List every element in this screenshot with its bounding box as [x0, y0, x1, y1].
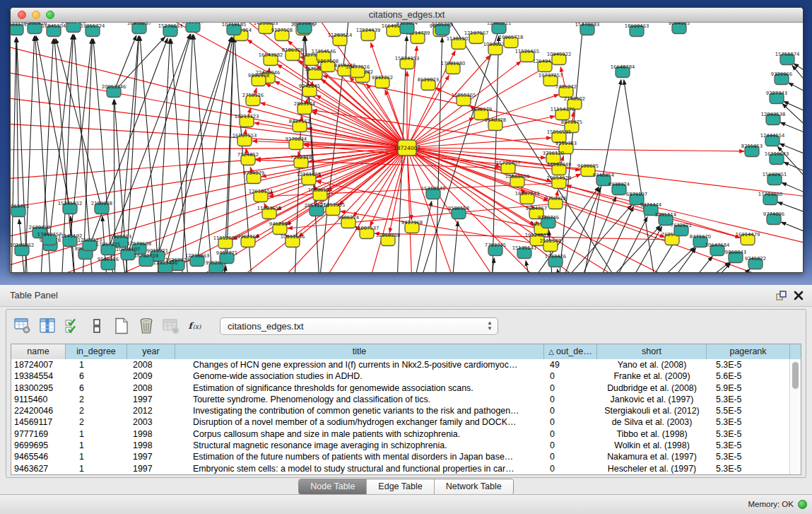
graph-node[interactable]: 10196862	[11, 243, 34, 256]
graph-node-label: 19055724	[81, 23, 105, 29]
table-row[interactable]: 911546021997Tourette syndrome. Phenomeno…	[11, 394, 790, 405]
graph-node[interactable]: 9794079	[243, 170, 264, 184]
delete-column-icon[interactable]	[162, 317, 180, 335]
table-row[interactable]: 946362711997Embryonic stem cells: a mode…	[11, 463, 790, 474]
graph-node[interactable]: 8427552	[289, 119, 310, 132]
graph-node[interactable]: 9560156	[98, 257, 119, 270]
column-select-icon[interactable]	[38, 317, 57, 335]
graph-node[interactable]: 9546328	[485, 117, 506, 131]
tab-edge-table[interactable]: Edge Table	[367, 479, 434, 494]
graph-node[interactable]: 8186328	[282, 47, 303, 61]
merge-rows-icon[interactable]	[88, 317, 106, 335]
new-document-icon[interactable]	[112, 317, 131, 335]
column-header-in_degree[interactable]: in_degree	[66, 344, 127, 359]
tab-node-table[interactable]: Node Table	[299, 479, 367, 494]
table-selector[interactable]: citations_edges.txt ▲▼	[220, 317, 498, 335]
table-row[interactable]: 1872400712008Changes of HCN gene express…	[11, 359, 790, 370]
graph-node[interactable]: 2803144	[294, 101, 315, 115]
table-vertical-scrollbar[interactable]	[789, 359, 801, 474]
row-check-icon[interactable]	[63, 317, 81, 335]
graph-node[interactable]: 15470083	[575, 23, 600, 35]
graph-node[interactable]: 7524852	[237, 152, 259, 165]
graph-node[interactable]: 16107553	[233, 133, 257, 146]
graph-node[interactable]: 7252348	[290, 155, 312, 168]
graph-node[interactable]: 15276063	[158, 23, 183, 37]
graph-node[interactable]: 9127508	[271, 28, 293, 41]
graph-node[interactable]: 1733426	[545, 254, 566, 267]
table-row[interactable]: 977716911998Corpus callosum shape and si…	[11, 428, 790, 440]
graph-node[interactable]: 19055724	[81, 23, 105, 37]
delete-table-icon[interactable]	[137, 317, 155, 335]
graph-node[interactable]: 9417968	[401, 220, 423, 233]
graph-node[interactable]: 12161655	[297, 172, 322, 185]
graph-node[interactable]: 15135141	[512, 245, 537, 259]
graph-node[interactable]: 12610151	[249, 189, 273, 202]
network-graph-canvas[interactable]: 1872400789129541422606391275082226805616…	[11, 23, 803, 272]
graph-node[interactable]: 9590558	[448, 206, 469, 219]
graph-node[interactable]: 16914479	[736, 232, 760, 245]
graph-node[interactable]: 9245022	[745, 256, 766, 269]
graph-node[interactable]: 11283514	[328, 33, 353, 46]
graph-node[interactable]: 7793745	[485, 243, 506, 256]
graph-node[interactable]: 9170034	[286, 136, 307, 150]
graph-node[interactable]: 9462894	[269, 221, 290, 235]
graph-node[interactable]: 18669463	[625, 23, 649, 37]
float-panel-icon[interactable]	[775, 290, 788, 301]
table-cell: 5.6E-5	[707, 370, 790, 382]
table-cell: Yano et al. (2008)	[597, 359, 707, 370]
column-header-title[interactable]: title	[175, 344, 544, 359]
table-settings-icon[interactable]	[13, 317, 32, 335]
scrollbar-thumb[interactable]	[792, 362, 799, 389]
graph-node[interactable]: 9756928	[545, 196, 566, 209]
table-row[interactable]: 969969511998Structural magnetic resonanc…	[11, 440, 790, 451]
graph-node[interactable]: 12524439	[356, 28, 381, 41]
graph-node[interactable]: 11381903	[447, 36, 471, 49]
graph-node[interactable]: 9094095	[669, 23, 690, 34]
window-titlebar[interactable]: citations_edges.txt	[11, 8, 803, 23]
graph-node-label: 10196862	[11, 243, 34, 248]
table-row[interactable]: 2242004622012Investigating the contribut…	[11, 405, 790, 416]
table-row[interactable]: 946554611997Estimation of the future num…	[11, 451, 790, 462]
graph-node[interactable]: 10391646	[281, 234, 305, 247]
graph-node[interactable]: 16648784	[611, 64, 635, 78]
graph-node-label: 6466164	[182, 23, 204, 25]
graph-node[interactable]: 16055365	[452, 93, 476, 106]
graph-node[interactable]: 9962169	[237, 234, 259, 247]
graph-node[interactable]: 9063735	[11, 204, 29, 217]
graph-node[interactable]: 11154376	[551, 107, 575, 120]
graph-node[interactable]: 16845304	[42, 23, 66, 37]
graph-node-label: 8471670	[690, 234, 711, 240]
graph-node-label: 9546328	[485, 117, 506, 123]
function-builder-icon[interactable]: f (x)	[187, 317, 205, 335]
graph-node[interactable]: 15751074	[775, 52, 800, 65]
column-header-out_de[interactable]: △out_de…	[544, 344, 597, 359]
graph-node[interactable]: 6466164	[182, 23, 204, 33]
graph-node[interactable]: 12213323	[235, 114, 259, 127]
graph-node[interactable]: 2718126	[242, 93, 264, 106]
table-row[interactable]: 1830029562008Estimation of significance …	[11, 382, 790, 394]
table-row[interactable]: 1456911722003Disruption of a novel membe…	[11, 416, 790, 428]
column-header-name[interactable]: name	[11, 344, 66, 359]
graph-node[interactable]: 9869043	[725, 250, 746, 263]
graph-node[interactable]: 2522548	[540, 238, 561, 252]
graph-node[interactable]: 11012002	[213, 235, 238, 249]
table-cell: 1	[66, 359, 127, 370]
graph-node[interactable]: 8215953	[741, 144, 763, 157]
graph-node[interactable]: 2150938	[91, 201, 112, 214]
column-header-year[interactable]: year	[127, 344, 175, 359]
graph-node-label: 15135141	[512, 245, 537, 251]
graph-node[interactable]: 16953287	[127, 23, 152, 34]
graph-node[interactable]: 9329966	[771, 71, 792, 85]
graph-node[interactable]: 18807243	[515, 191, 540, 204]
graph-node[interactable]: 16543982	[259, 52, 283, 66]
close-panel-icon[interactable]	[792, 290, 805, 301]
graph-node[interactable]: 16210643	[765, 151, 789, 165]
column-header-short[interactable]: short	[597, 344, 707, 359]
graph-node[interactable]: 12361211	[487, 23, 512, 34]
graph-node[interactable]: 9832262	[372, 75, 393, 88]
graph-node[interactable]: 15245452	[58, 201, 83, 214]
column-header-pagerank[interactable]: pagerank	[707, 344, 790, 359]
tab-network-table[interactable]: Network Table	[435, 479, 513, 494]
table-row[interactable]: 1938455462009Genome-wide association stu…	[11, 370, 790, 382]
graph-node[interactable]: 12868268	[376, 233, 401, 246]
